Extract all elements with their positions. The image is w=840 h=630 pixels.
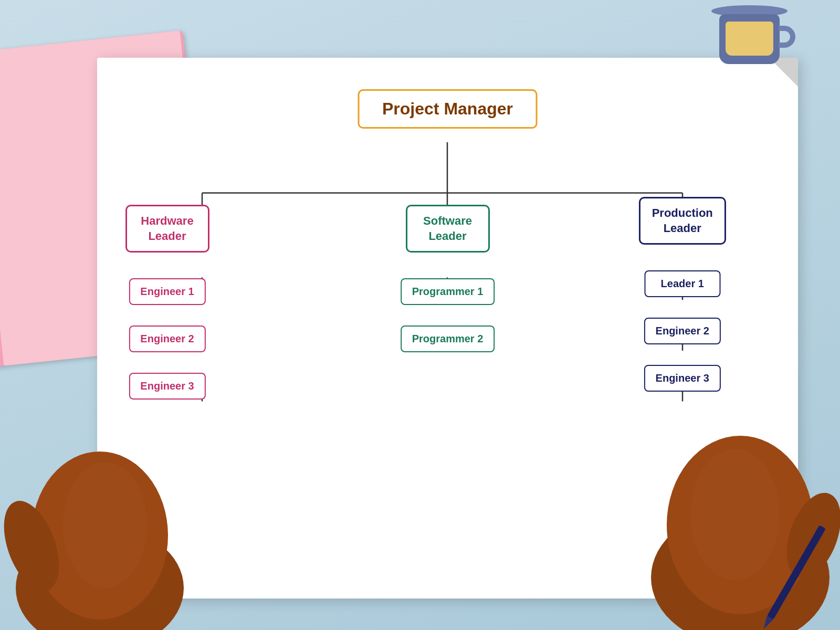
sw-programmer2-label: Programmer 2 — [412, 333, 484, 344]
page: { "background": { "color": "#b8d8e8" }, … — [0, 0, 840, 630]
node-sw-programmer1: Programmer 1 — [401, 278, 495, 305]
svg-point-16 — [63, 462, 147, 588]
project-manager-label: Project Manager — [382, 99, 513, 118]
cup-body — [719, 14, 780, 64]
node-software-leader: SoftwareLeader — [406, 205, 490, 253]
cup-liquid — [726, 22, 773, 56]
right-hand — [635, 352, 840, 630]
svg-point-20 — [690, 449, 780, 580]
coffee-cup — [719, 5, 788, 64]
hw-engineer2-label: Engineer 2 — [140, 333, 194, 344]
node-hw-engineer1: Engineer 1 — [129, 278, 205, 305]
sw-programmer1-label: Programmer 1 — [412, 286, 484, 297]
node-sw-programmer2: Programmer 2 — [401, 326, 495, 352]
prod-leader1-label: Leader 1 — [661, 278, 704, 289]
hw-engineer1-label: Engineer 1 — [140, 286, 194, 297]
production-leader-label: ProductionLeader — [652, 206, 713, 235]
prod-engineer2-label: Engineer 2 — [656, 325, 709, 337]
node-prod-engineer2: Engineer 2 — [644, 318, 721, 344]
left-hand — [0, 378, 200, 630]
node-project-manager: Project Manager — [358, 89, 538, 129]
node-prod-leader1: Leader 1 — [644, 270, 720, 297]
node-production-leader: ProductionLeader — [639, 197, 726, 245]
node-hw-engineer2: Engineer 2 — [129, 326, 205, 352]
software-leader-label: SoftwareLeader — [423, 214, 472, 243]
hardware-leader-label: HardwareLeader — [141, 214, 193, 243]
node-hardware-leader: HardwareLeader — [125, 205, 209, 253]
